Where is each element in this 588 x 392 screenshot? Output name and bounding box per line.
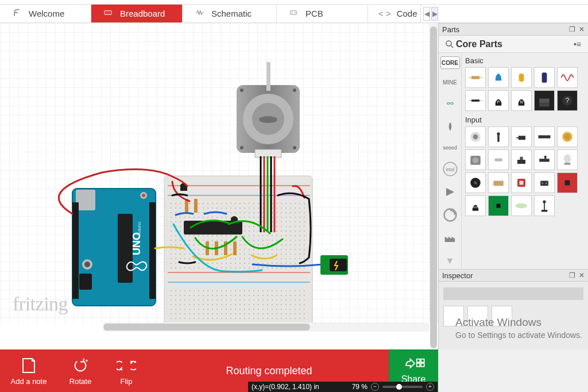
breadboard-canvas[interactable]: UNO Arduino xyxy=(0,23,438,322)
bin-more-icon[interactable]: ▼ xyxy=(442,253,458,269)
svg-rect-0 xyxy=(105,11,111,15)
bin-factory-icon[interactable] xyxy=(442,230,458,246)
svg-rect-63 xyxy=(471,99,479,102)
svg-point-6 xyxy=(107,13,107,14)
inspector-thumb-1[interactable] xyxy=(443,306,464,326)
zoom-slider[interactable] xyxy=(382,386,423,388)
bin-core[interactable]: CORE xyxy=(440,56,460,69)
svg-point-47 xyxy=(240,89,243,92)
right-panels: Parts ❐ ✕ Core Parts •≡ CORE MINE seeed xyxy=(438,23,588,349)
tab-breadboard[interactable]: Breadboard xyxy=(91,5,183,22)
add-note-label: Add a note xyxy=(11,377,47,386)
bin-picaxe-icon[interactable] xyxy=(442,184,458,200)
undock-icon[interactable]: ❐ xyxy=(569,25,575,33)
part-battery[interactable] xyxy=(557,126,578,147)
part-stepper[interactable] xyxy=(465,149,486,170)
stepper-motor[interactable] xyxy=(237,62,300,157)
power-adapter[interactable] xyxy=(320,255,348,275)
breadboard[interactable] xyxy=(164,176,312,322)
part-transistor-n[interactable]: N xyxy=(511,90,532,111)
zoom-in-button[interactable]: + xyxy=(426,383,434,391)
close-icon[interactable]: ✕ xyxy=(579,25,585,33)
svg-line-54 xyxy=(451,45,453,48)
part-relay[interactable] xyxy=(488,172,509,193)
undock-icon[interactable]: ❐ xyxy=(569,271,575,279)
bin-arduino-icon[interactable] xyxy=(442,95,458,112)
rotate-button[interactable]: ▾ Rotate xyxy=(57,349,103,392)
close-icon[interactable]: ✕ xyxy=(579,271,585,279)
part-jack[interactable] xyxy=(511,126,532,147)
schematic-icon xyxy=(193,8,206,19)
part-inductor[interactable] xyxy=(557,67,578,88)
parts-grid: Basic P N ? Input xyxy=(462,53,588,269)
bin-mine[interactable]: MINE xyxy=(440,76,460,89)
part-switch[interactable] xyxy=(534,149,555,170)
add-note-button[interactable]: Add a note xyxy=(0,349,57,392)
bin-seeed[interactable]: seeed xyxy=(440,141,460,154)
svg-rect-83 xyxy=(494,158,502,161)
zoom-control[interactable]: 79 % − + xyxy=(352,383,434,391)
search-icon[interactable] xyxy=(443,38,456,51)
part-rubbercap[interactable] xyxy=(488,67,509,88)
svg-point-105 xyxy=(543,200,546,203)
part-button[interactable] xyxy=(511,149,532,170)
tab-pcb[interactable]: PCB xyxy=(277,5,368,22)
inspector-thumb-2[interactable] xyxy=(467,306,488,326)
part-resistor[interactable] xyxy=(465,67,486,88)
tab-schematic[interactable]: Schematic xyxy=(183,5,277,22)
watermark: fritzing xyxy=(13,293,68,315)
tab-scroll-left[interactable]: ◀ xyxy=(423,7,430,21)
horizontal-scrollbar[interactable] xyxy=(103,322,429,332)
svg-point-53 xyxy=(446,41,451,46)
tab-scroll-right[interactable]: ▶ xyxy=(431,7,438,21)
part-diode[interactable] xyxy=(465,90,486,111)
svg-rect-111 xyxy=(417,363,420,367)
svg-text:▾: ▾ xyxy=(134,359,136,364)
tab-welcome[interactable]: Welcome xyxy=(0,5,91,22)
svg-point-103 xyxy=(516,203,528,209)
part-mystery-chip[interactable] xyxy=(534,90,555,111)
part-lm35[interactable]: LM35 xyxy=(465,195,486,216)
flip-button[interactable]: ▾ Flip xyxy=(103,349,149,392)
part-ldr[interactable] xyxy=(511,195,532,216)
svg-rect-14 xyxy=(76,190,95,210)
part-transistor-p[interactable]: P xyxy=(488,90,509,111)
svg-point-97 xyxy=(546,182,548,185)
svg-text:LM35: LM35 xyxy=(473,206,479,209)
parts-bins: CORE MINE seeed intel ▼ xyxy=(439,53,462,269)
part-tantalum[interactable] xyxy=(511,67,532,88)
bin-intel-icon[interactable]: intel xyxy=(442,161,458,177)
svg-rect-15 xyxy=(79,274,92,290)
part-piezo[interactable] xyxy=(465,172,486,193)
svg-point-10 xyxy=(292,12,293,13)
part-rotary-encoder[interactable] xyxy=(465,126,486,147)
scene-svg: UNO Arduino xyxy=(0,23,438,322)
svg-point-82 xyxy=(473,157,479,164)
inspector-thumb-3[interactable] xyxy=(492,306,512,326)
vertical-scrollbar[interactable] xyxy=(429,23,438,322)
bin-contrib-icon[interactable] xyxy=(442,207,458,223)
svg-point-3 xyxy=(108,11,109,12)
part-electrolytic[interactable] xyxy=(534,67,555,88)
parts-menu-icon[interactable]: •≡ xyxy=(574,40,583,49)
part-crystal[interactable] xyxy=(488,149,509,170)
part-imu[interactable] xyxy=(511,172,532,193)
part-sensor[interactable] xyxy=(534,172,555,193)
svg-point-2 xyxy=(107,11,107,12)
part-green-board[interactable] xyxy=(488,195,509,216)
svg-point-48 xyxy=(293,89,296,92)
arduino-uno[interactable]: UNO Arduino xyxy=(72,189,156,306)
tab-code[interactable]: < > Code xyxy=(368,5,421,22)
part-pir[interactable] xyxy=(557,149,578,170)
svg-rect-94 xyxy=(520,181,524,185)
inspector-name-field[interactable] xyxy=(443,287,583,300)
part-header[interactable] xyxy=(534,126,555,147)
inspector-panel-header[interactable]: Inspector ❐ ✕ xyxy=(439,269,588,282)
zoom-out-button[interactable]: − xyxy=(371,383,379,391)
parts-panel-header[interactable]: Parts ❐ ✕ xyxy=(439,23,588,36)
part-slide-pot[interactable] xyxy=(488,126,509,147)
part-antenna[interactable] xyxy=(534,195,555,216)
bin-parallax-icon[interactable] xyxy=(442,118,458,134)
part-breakout[interactable] xyxy=(557,172,578,193)
part-unknown[interactable]: ? xyxy=(557,90,578,111)
